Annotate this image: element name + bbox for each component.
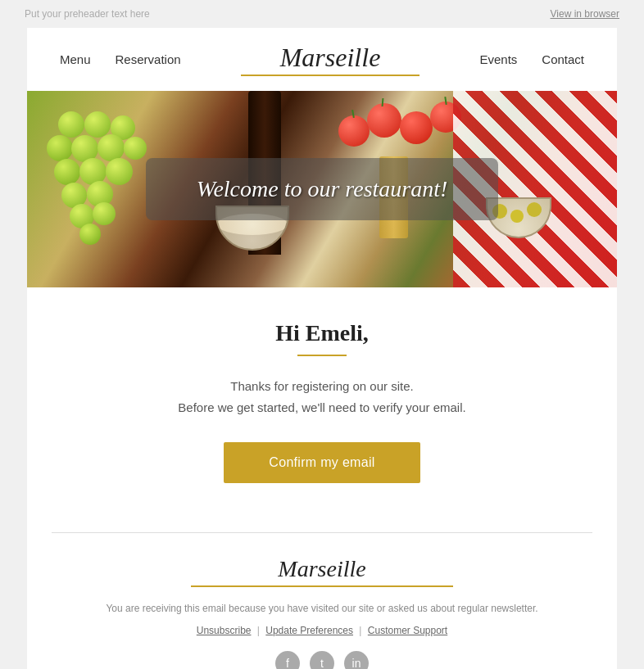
email-line1: Thanks for registering on our site. <box>230 379 413 393</box>
view-in-browser-link[interactable]: View in browser <box>551 8 619 20</box>
greeting-underline <box>297 355 347 356</box>
confirm-email-button[interactable]: Confirm my email <box>224 442 420 483</box>
logo-underline <box>241 75 420 76</box>
instagram-icon[interactable]: in <box>344 651 369 669</box>
twitter-icon[interactable]: t <box>310 651 334 669</box>
grapes-visual <box>42 107 148 271</box>
nav-bar: Menu Reservation Marseille Events Contac… <box>27 28 617 91</box>
email-body: Hi Emeli, Thanks for registering on our … <box>27 287 617 508</box>
facebook-icon[interactable]: f <box>275 651 300 669</box>
email-line2: Before we get started, we'll need to ver… <box>178 400 465 414</box>
hero-title: Welcome to our restaurant! <box>197 176 448 201</box>
unsubscribe-link[interactable]: Unsubscribe <box>197 625 252 636</box>
social-row: f t in <box>60 636 584 669</box>
footer-links: Unsubscribe | Update Preferences | Custo… <box>60 625 584 636</box>
greeting-heading: Hi Emeli, <box>76 320 568 346</box>
footer-section: Marseille You are receiving this email b… <box>27 533 617 669</box>
footer-logo-underline <box>191 585 453 587</box>
footer-description: You are receiving this email because you… <box>60 600 584 618</box>
hero-overlay: Welcome to our restaurant! <box>146 158 498 220</box>
nav-right: Events Contact <box>479 52 584 66</box>
email-container: Menu Reservation Marseille Events Contac… <box>27 28 617 669</box>
footer-sep-2: | <box>359 625 364 636</box>
nav-left: Menu Reservation <box>60 52 181 66</box>
email-body-text: Thanks for registering on our site. Befo… <box>76 376 568 418</box>
preheader-bar: Put your preheader text here View in bro… <box>0 0 644 28</box>
update-preferences-link[interactable]: Update Preferences <box>265 625 353 636</box>
footer-sep-1: | <box>257 625 262 636</box>
nav-item-events[interactable]: Events <box>479 52 517 66</box>
logo-text: Marseille <box>280 43 381 73</box>
preheader-text: Put your preheader text here <box>25 8 150 20</box>
nav-item-contact[interactable]: Contact <box>542 52 584 66</box>
hero-section: Welcome to our restaurant! <box>27 91 617 287</box>
logo-area: Marseille <box>181 43 480 76</box>
nav-item-reservation[interactable]: Reservation <box>116 52 181 66</box>
footer-logo: Marseille <box>278 556 365 582</box>
nav-item-menu[interactable]: Menu <box>60 52 91 66</box>
email-wrapper: Put your preheader text here View in bro… <box>0 0 644 669</box>
customer-support-link[interactable]: Customer Support <box>368 625 447 636</box>
